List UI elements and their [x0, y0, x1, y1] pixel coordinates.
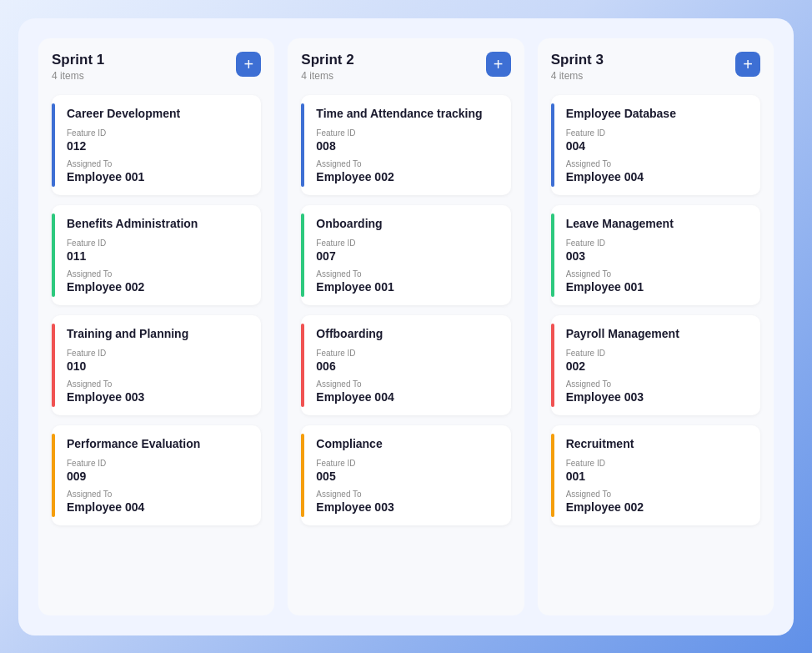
sprint-column-2: Sprint 24 items+Time and Attendance trac… — [288, 38, 524, 615]
feature-id-label: Feature ID — [566, 349, 749, 358]
sprint-add-button[interactable]: + — [486, 52, 511, 77]
assigned-to-label: Assigned To — [566, 159, 749, 168]
feature-title: Training and Planning — [67, 327, 249, 340]
feature-title: Recruitment — [566, 437, 749, 450]
feature-id-label: Feature ID — [566, 459, 749, 468]
sprint-title-group: Sprint 24 items — [301, 52, 353, 82]
sprint-header: Sprint 34 items+ — [551, 52, 760, 82]
feature-id-value: 007 — [316, 249, 499, 263]
sprint-add-button[interactable]: + — [236, 52, 261, 77]
feature-id-value: 001 — [566, 470, 749, 483]
feature-id-value: 005 — [316, 470, 499, 483]
assigned-to-value: Employee 001 — [566, 280, 749, 294]
assigned-to-value: Employee 001 — [67, 170, 249, 183]
feature-id-label: Feature ID — [67, 128, 249, 138]
feature-id-value: 011 — [67, 249, 249, 263]
feature-id-label: Feature ID — [67, 459, 249, 468]
feature-card[interactable]: Leave ManagementFeature ID003Assigned To… — [551, 205, 760, 305]
sprint-title-group: Sprint 34 items — [551, 52, 604, 82]
feature-id-label: Feature ID — [67, 239, 249, 248]
feature-title: Benefits Administration — [67, 217, 249, 230]
feature-card[interactable]: Time and Attendance trackingFeature ID00… — [301, 95, 510, 195]
sprint-title-group: Sprint 14 items — [52, 52, 104, 82]
feature-title: Time and Attendance tracking — [316, 107, 499, 120]
assigned-to-value: Employee 004 — [316, 390, 499, 404]
sprint-count: 4 items — [551, 70, 604, 82]
feature-card[interactable]: OnboardingFeature ID007Assigned ToEmploy… — [301, 205, 510, 305]
feature-id-label: Feature ID — [316, 459, 499, 468]
feature-card[interactable]: Training and PlanningFeature ID010Assign… — [52, 315, 261, 415]
feature-card[interactable]: OffboardingFeature ID006Assigned ToEmplo… — [301, 315, 510, 415]
feature-title: Payroll Management — [566, 327, 749, 340]
assigned-to-value: Employee 002 — [566, 500, 749, 514]
assigned-to-label: Assigned To — [316, 379, 499, 389]
assigned-to-label: Assigned To — [566, 269, 749, 279]
assigned-to-label: Assigned To — [67, 490, 249, 499]
assigned-to-label: Assigned To — [316, 159, 499, 168]
feature-title: Leave Management — [566, 217, 749, 230]
sprint-column-1: Sprint 14 items+Career DevelopmentFeatur… — [38, 38, 274, 615]
assigned-to-value: Employee 003 — [566, 390, 749, 404]
feature-card[interactable]: Performance EvaluationFeature ID009Assig… — [52, 425, 261, 525]
assigned-to-label: Assigned To — [67, 159, 249, 168]
assigned-to-value: Employee 002 — [67, 280, 249, 294]
assigned-to-label: Assigned To — [316, 490, 499, 499]
feature-id-value: 010 — [67, 359, 249, 373]
feature-card[interactable]: Payroll ManagementFeature ID002Assigned … — [551, 315, 760, 415]
sprint-add-button[interactable]: + — [735, 52, 760, 77]
feature-id-value: 002 — [566, 359, 749, 373]
feature-id-value: 003 — [566, 249, 749, 263]
feature-card[interactable]: Employee DatabaseFeature ID004Assigned T… — [551, 95, 760, 195]
assigned-to-label: Assigned To — [566, 490, 749, 499]
assigned-to-value: Employee 004 — [67, 500, 249, 514]
sprint-column-3: Sprint 34 items+Employee DatabaseFeature… — [538, 38, 774, 615]
feature-title: Onboarding — [316, 217, 499, 230]
feature-id-label: Feature ID — [566, 239, 749, 248]
kanban-board: Sprint 14 items+Career DevelopmentFeatur… — [18, 18, 794, 635]
feature-title: Employee Database — [566, 107, 749, 120]
feature-id-value: 006 — [316, 359, 499, 373]
sprint-title: Sprint 2 — [301, 52, 353, 68]
assigned-to-value: Employee 003 — [316, 500, 499, 514]
sprint-title: Sprint 3 — [551, 52, 604, 68]
feature-id-label: Feature ID — [316, 349, 499, 358]
feature-title: Performance Evaluation — [67, 437, 249, 450]
feature-id-label: Feature ID — [566, 128, 749, 138]
feature-id-label: Feature ID — [316, 239, 499, 248]
feature-title: Career Development — [67, 107, 249, 120]
sprint-count: 4 items — [52, 70, 104, 82]
feature-title: Offboarding — [316, 327, 499, 340]
sprint-title: Sprint 1 — [52, 52, 104, 68]
feature-card[interactable]: Career DevelopmentFeature ID012Assigned … — [52, 95, 261, 195]
assigned-to-label: Assigned To — [67, 269, 249, 279]
feature-id-value: 004 — [566, 139, 749, 153]
feature-id-label: Feature ID — [316, 128, 499, 138]
assigned-to-label: Assigned To — [67, 379, 249, 389]
assigned-to-value: Employee 001 — [316, 280, 499, 294]
feature-id-value: 009 — [67, 470, 249, 483]
sprint-count: 4 items — [301, 70, 353, 82]
assigned-to-label: Assigned To — [566, 379, 749, 389]
assigned-to-value: Employee 003 — [67, 390, 249, 404]
assigned-to-value: Employee 002 — [316, 170, 499, 183]
feature-id-value: 012 — [67, 139, 249, 153]
sprint-header: Sprint 24 items+ — [301, 52, 510, 82]
feature-id-value: 008 — [316, 139, 499, 153]
assigned-to-label: Assigned To — [316, 269, 499, 279]
sprint-header: Sprint 14 items+ — [52, 52, 261, 82]
feature-id-label: Feature ID — [67, 349, 249, 358]
feature-card[interactable]: ComplianceFeature ID005Assigned ToEmploy… — [301, 425, 510, 525]
feature-card[interactable]: RecruitmentFeature ID001Assigned ToEmplo… — [551, 425, 760, 525]
feature-card[interactable]: Benefits AdministrationFeature ID011Assi… — [52, 205, 261, 305]
feature-title: Compliance — [316, 437, 499, 450]
assigned-to-value: Employee 004 — [566, 170, 749, 183]
